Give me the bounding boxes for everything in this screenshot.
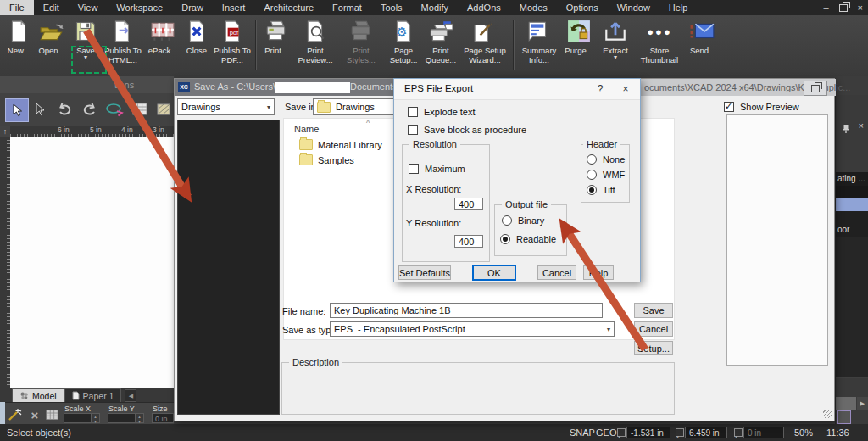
places-sidebar[interactable] bbox=[177, 120, 280, 415]
panel-item-label[interactable]: oor bbox=[836, 223, 868, 237]
coord-z-icon[interactable] bbox=[734, 428, 743, 437]
dialog-resize-grip[interactable] bbox=[823, 410, 832, 418]
location-combobox[interactable]: Drawings ▾ bbox=[177, 98, 275, 115]
menu-tools[interactable]: Tools bbox=[371, 0, 412, 15]
menu-workspace[interactable]: Workspace bbox=[107, 0, 172, 15]
pin-icon[interactable] bbox=[842, 122, 850, 137]
coord-x-icon[interactable] bbox=[617, 428, 626, 437]
setup-button[interactable]: Setup... bbox=[634, 341, 673, 355]
close-icon[interactable]: × bbox=[613, 79, 638, 99]
redo-button[interactable] bbox=[78, 98, 100, 120]
name-column-header[interactable]: Name bbox=[294, 124, 319, 134]
toolbar-button-page-setup[interactable]: ⚙ Page Setup... bbox=[386, 18, 421, 64]
dialog-maximize-button[interactable] bbox=[804, 81, 827, 96]
table-tool-button[interactable] bbox=[129, 98, 151, 120]
lasso-select-tool-button[interactable] bbox=[103, 98, 125, 120]
save-as-type-combobox[interactable]: EPS - Encapsulated PostScript ▾ bbox=[330, 321, 615, 337]
scale-y-stepper[interactable]: ▴▾ bbox=[108, 413, 144, 423]
save-block-checkbox[interactable]: Save block as procedure bbox=[408, 125, 526, 135]
toolbar-button-extract[interactable]: Extract ▾ bbox=[598, 18, 633, 60]
table-button[interactable] bbox=[44, 407, 59, 422]
select-tool-button[interactable] bbox=[5, 98, 29, 122]
size-x-field[interactable]: 0 in bbox=[152, 413, 174, 423]
panel-scrollbar[interactable] bbox=[836, 397, 856, 410]
ok-button[interactable]: OK bbox=[472, 265, 516, 281]
direct-select-tool-button[interactable] bbox=[28, 98, 50, 120]
coord-z-field[interactable]: 0 in bbox=[743, 427, 784, 438]
toolbar-button-summary-info[interactable]: Summary Info... bbox=[518, 18, 560, 64]
toolbar-button-send[interactable]: Send... bbox=[686, 18, 720, 55]
menu-draw[interactable]: Draw bbox=[172, 0, 213, 15]
close-icon[interactable]: × bbox=[858, 3, 863, 13]
maximum-checkbox[interactable]: Maximum bbox=[409, 164, 465, 174]
toolbar-button-epack[interactable]: ePack... bbox=[145, 18, 181, 55]
tiff-radio[interactable]: Tiff bbox=[587, 185, 615, 195]
panel-mini-icon[interactable] bbox=[837, 410, 851, 424]
tab-model[interactable]: Model bbox=[12, 388, 64, 402]
toolbar-drag-handle[interactable] bbox=[0, 402, 5, 424]
toolbar-button-close[interactable]: Close bbox=[182, 18, 211, 55]
undo-button[interactable] bbox=[54, 98, 76, 120]
toolbar-button-page-setup-wizard[interactable]: Page Setup Wizard... bbox=[460, 18, 509, 64]
spinner-icon[interactable]: ▴▾ bbox=[135, 414, 143, 422]
menu-view[interactable]: View bbox=[69, 0, 108, 15]
zoom-level[interactable]: 50% bbox=[794, 427, 813, 438]
snap-toggle[interactable]: SNAP bbox=[570, 427, 595, 438]
menu-format[interactable]: Format bbox=[323, 0, 371, 15]
none-radio[interactable]: None bbox=[587, 154, 625, 165]
file-name-input[interactable] bbox=[330, 303, 603, 318]
minimize-icon[interactable]: – bbox=[823, 3, 828, 13]
toolbar-button-print-preview[interactable]: Print Preview... bbox=[294, 18, 337, 64]
toolbar-button-open[interactable]: Open... bbox=[35, 18, 69, 55]
drawing-canvas[interactable] bbox=[10, 137, 174, 392]
toolbar-button-publish-pdf[interactable]: pdf Publish To PDF... bbox=[213, 18, 252, 64]
menu-addons[interactable]: AddOns bbox=[458, 0, 510, 15]
toolbar-button-new[interactable]: New... bbox=[4, 18, 33, 55]
wmf-radio[interactable]: WMF bbox=[587, 170, 625, 180]
menu-insert[interactable]: Insert bbox=[213, 0, 255, 15]
coord-x-field[interactable]: -1.531 in bbox=[626, 427, 670, 438]
x-resolution-input[interactable] bbox=[454, 198, 483, 210]
help-icon[interactable]: ? bbox=[587, 79, 613, 99]
menu-options[interactable]: Options bbox=[557, 0, 608, 15]
delete-x-button[interactable]: × bbox=[27, 407, 42, 422]
binary-radio[interactable]: Binary bbox=[502, 215, 544, 226]
toolbar-button-purge[interactable]: Purge... bbox=[562, 18, 596, 55]
scale-x-stepper[interactable]: ▴▾ bbox=[64, 413, 100, 423]
eps-dialog-titlebar[interactable]: EPS File Export ? × bbox=[394, 79, 640, 100]
menu-window[interactable]: Window bbox=[608, 0, 659, 15]
explode-text-checkbox[interactable]: Explode text bbox=[408, 107, 476, 117]
scroll-right-button[interactable]: ▶ bbox=[857, 397, 868, 410]
toolbar-button-print-queue[interactable]: Print Queue... bbox=[423, 18, 459, 64]
tab-paper-1[interactable]: Paper 1 bbox=[64, 388, 122, 402]
menu-modify[interactable]: Modify bbox=[412, 0, 458, 15]
menu-file[interactable]: File bbox=[0, 0, 34, 15]
sort-ascending-icon[interactable]: ^ bbox=[366, 119, 370, 127]
set-defaults-button[interactable]: Set Defaults bbox=[398, 265, 451, 280]
spinner-icon[interactable]: ▴▾ bbox=[91, 414, 99, 422]
geo-toggle[interactable]: GEO bbox=[596, 427, 616, 438]
menu-modes[interactable]: Modes bbox=[510, 0, 557, 15]
hatch-tool-button[interactable] bbox=[153, 98, 175, 120]
panel-item-title[interactable]: ating ... bbox=[836, 172, 868, 186]
menu-architecture[interactable]: Architecture bbox=[254, 0, 323, 15]
list-item-samples[interactable]: Samples bbox=[299, 154, 354, 165]
menu-help[interactable]: Help bbox=[659, 0, 698, 15]
show-preview-checkbox[interactable]: Show Preview bbox=[724, 102, 799, 112]
extract-dropdown-caret-icon[interactable]: ▾ bbox=[614, 55, 617, 60]
wand-tool-button[interactable] bbox=[7, 407, 22, 422]
list-item-material-library[interactable]: Material Library bbox=[299, 139, 382, 150]
eps-help-button[interactable]: Help bbox=[583, 265, 614, 280]
toolbar-button-store-thumbnail[interactable]: ●●● Store Thumbnail bbox=[635, 18, 684, 64]
toolbar-button-publish-html[interactable]: Publish To HTML... bbox=[103, 18, 143, 64]
restore-icon[interactable] bbox=[839, 4, 848, 12]
panel-selected-row[interactable] bbox=[836, 198, 868, 211]
ruler-origin-corner[interactable]: ↑ bbox=[0, 126, 10, 137]
coord-y-field[interactable]: 6.459 in bbox=[685, 427, 727, 438]
eps-cancel-button[interactable]: Cancel bbox=[537, 265, 576, 280]
y-resolution-input[interactable] bbox=[454, 235, 483, 248]
menu-edit[interactable]: Edit bbox=[34, 0, 69, 15]
save-button[interactable]: Save bbox=[634, 303, 673, 318]
coord-y-icon[interactable] bbox=[676, 428, 684, 437]
cancel-button[interactable]: Cancel bbox=[634, 321, 673, 337]
